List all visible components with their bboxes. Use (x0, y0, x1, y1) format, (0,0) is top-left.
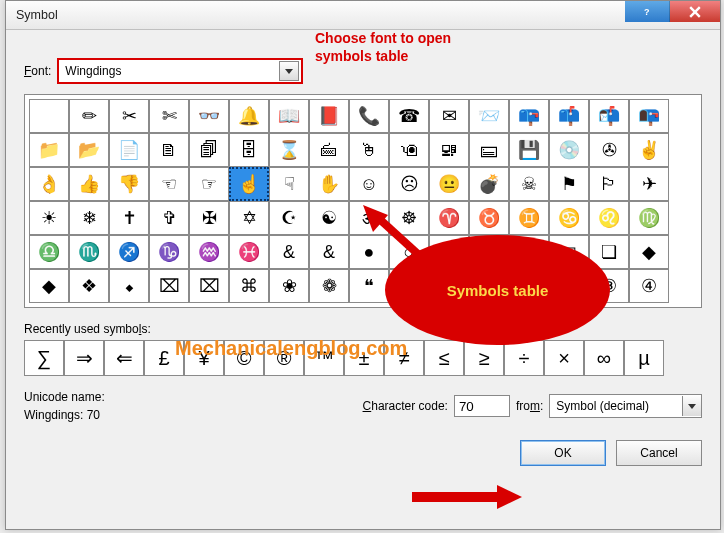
recent-symbol-cell[interactable]: ® (264, 340, 304, 376)
symbol-cell[interactable]: 📭 (629, 99, 669, 133)
symbol-cell[interactable]: ☪ (269, 201, 309, 235)
symbol-cell[interactable]: ◆ (29, 269, 69, 303)
recent-symbol-cell[interactable]: ≥ (464, 340, 504, 376)
recent-symbol-cell[interactable]: ≤ (424, 340, 464, 376)
symbol-cell[interactable]: ④ (629, 269, 669, 303)
symbol-cell[interactable]: ॐ (349, 201, 389, 235)
symbol-cell[interactable]: ⌧ (149, 269, 189, 303)
symbol-cell[interactable]: 💣 (469, 167, 509, 201)
symbol-cell[interactable]: ☠ (509, 167, 549, 201)
symbol-cell[interactable]: □ (469, 235, 509, 269)
recent-symbol-cell[interactable]: ⇐ (104, 340, 144, 376)
symbol-cell[interactable]: 📪 (509, 99, 549, 133)
symbol-cell[interactable]: 📁 (29, 133, 69, 167)
symbol-cell[interactable]: 🖰 (349, 133, 389, 167)
font-select[interactable]: Wingdings (57, 58, 303, 84)
symbol-cell[interactable]: ⌘ (229, 269, 269, 303)
symbol-cell[interactable]: 💾 (509, 133, 549, 167)
help-button[interactable]: ? (625, 1, 670, 22)
symbol-cell[interactable]: ♏ (69, 235, 109, 269)
symbol-cell[interactable]: ❀ (269, 269, 309, 303)
recent-symbol-cell[interactable]: ∑ (24, 340, 64, 376)
symbol-cell[interactable]: ⚑ (549, 167, 589, 201)
symbol-cell[interactable]: ♑ (149, 235, 189, 269)
symbol-cell[interactable]: ♓ (229, 235, 269, 269)
symbol-cell[interactable]: 🖲 (389, 133, 429, 167)
symbol-cell[interactable]: 📖 (269, 99, 309, 133)
symbol-cell[interactable]: ✄ (149, 99, 189, 133)
symbol-cell[interactable]: ① (509, 269, 549, 303)
symbol-cell[interactable]: ♋ (549, 201, 589, 235)
symbol-cell[interactable]: ◆ (629, 235, 669, 269)
symbol-cell[interactable]: 📨 (469, 99, 509, 133)
symbol-cell[interactable]: ♎ (29, 235, 69, 269)
recent-symbol-cell[interactable]: × (544, 340, 584, 376)
symbol-cell[interactable]: ☸ (389, 201, 429, 235)
symbol-cell[interactable]: ▯ (429, 269, 469, 303)
symbol-cell[interactable]: ✏ (69, 99, 109, 133)
recent-symbol-cell[interactable]: ⇒ (64, 340, 104, 376)
symbol-cell[interactable]: ☹ (389, 167, 429, 201)
symbol-cell[interactable]: ☞ (189, 167, 229, 201)
symbol-cell[interactable]: ② (549, 269, 589, 303)
symbol-cell[interactable]: ● (349, 235, 389, 269)
symbol-cell[interactable]: 💿 (549, 133, 589, 167)
symbol-cell[interactable]: 🖳 (429, 133, 469, 167)
recent-symbol-cell[interactable]: ™ (304, 340, 344, 376)
symbol-cell[interactable]: ❝ (349, 269, 389, 303)
symbol-cell[interactable]: ⌛ (269, 133, 309, 167)
recent-symbol-cell[interactable]: ± (344, 340, 384, 376)
symbol-cell[interactable]: ◻ (549, 235, 589, 269)
symbol-cell[interactable]: ✂ (109, 99, 149, 133)
symbol-cell[interactable]: 🗎 (149, 133, 189, 167)
symbol-cell[interactable]: ⓪ (469, 269, 509, 303)
symbol-cell[interactable]: ♐ (109, 235, 149, 269)
symbol-cell[interactable]: ✇ (589, 133, 629, 167)
symbol-cell[interactable]: 📂 (69, 133, 109, 167)
symbol-cell[interactable]: ♉ (469, 201, 509, 235)
symbol-cell[interactable]: 🏳 (589, 167, 629, 201)
symbol-cell[interactable]: 🗐 (189, 133, 229, 167)
symbol-cell[interactable]: ☜ (149, 167, 189, 201)
symbol-cell[interactable]: ✝ (109, 201, 149, 235)
symbol-cell[interactable]: ❄ (69, 201, 109, 235)
symbol-cell[interactable]: & (269, 235, 309, 269)
symbol-cell[interactable]: 🖴 (469, 133, 509, 167)
symbol-cell[interactable]: ✋ (309, 167, 349, 201)
recent-symbol-cell[interactable]: ≠ (384, 340, 424, 376)
symbol-cell[interactable]: ❞ (389, 269, 429, 303)
recent-symbol-cell[interactable]: ¥ (184, 340, 224, 376)
symbol-cell[interactable]: 👓 (189, 99, 229, 133)
symbol-cell[interactable]: 👌 (29, 167, 69, 201)
symbol-cell[interactable]: ❖ (69, 269, 109, 303)
symbol-cell[interactable]: ❁ (309, 269, 349, 303)
symbol-cell[interactable] (29, 99, 69, 133)
recent-symbol-cell[interactable]: © (224, 340, 264, 376)
ok-button[interactable]: OK (520, 440, 606, 466)
symbol-cell[interactable]: 📄 (109, 133, 149, 167)
symbol-cell[interactable]: ♌ (589, 201, 629, 235)
recent-symbol-cell[interactable]: £ (144, 340, 184, 376)
symbol-cell[interactable]: ✞ (149, 201, 189, 235)
close-button[interactable] (670, 1, 720, 22)
symbol-cell[interactable]: ♍ (629, 201, 669, 235)
recent-symbol-cell[interactable]: µ (624, 340, 664, 376)
symbol-cell[interactable]: ♒ (189, 235, 229, 269)
char-code-input[interactable] (454, 395, 510, 417)
symbol-cell[interactable]: 🖮 (309, 133, 349, 167)
symbol-cell[interactable]: 📞 (349, 99, 389, 133)
symbol-cell[interactable]: 🔔 (229, 99, 269, 133)
symbol-cell[interactable]: ✠ (189, 201, 229, 235)
symbol-cell[interactable]: ♈ (429, 201, 469, 235)
symbol-cell[interactable]: ♊ (509, 201, 549, 235)
cancel-button[interactable]: Cancel (616, 440, 702, 466)
symbol-cell[interactable]: ③ (589, 269, 629, 303)
symbol-cell[interactable]: 😐 (429, 167, 469, 201)
symbol-cell[interactable]: ✉ (429, 99, 469, 133)
symbol-cell[interactable]: ⬥ (109, 269, 149, 303)
recent-symbol-cell[interactable]: ÷ (504, 340, 544, 376)
symbol-cell[interactable]: 📕 (309, 99, 349, 133)
symbol-cell[interactable]: 👍 (69, 167, 109, 201)
symbol-cell[interactable]: ☝ (229, 167, 269, 201)
symbol-cell[interactable]: ✡ (229, 201, 269, 235)
